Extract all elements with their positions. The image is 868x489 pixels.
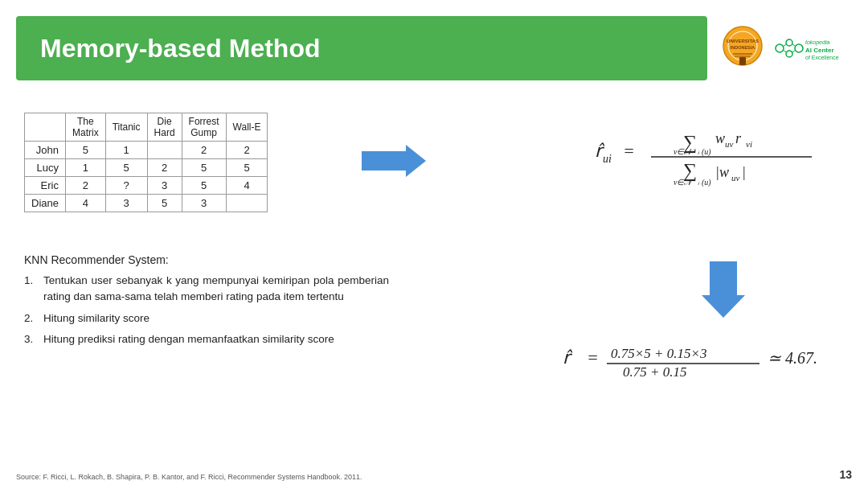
svg-rect-6 xyxy=(739,57,746,65)
knn-step-3-text: Hitung prediksi rating dengan memanfaatk… xyxy=(43,331,334,347)
table-row: Eric 2 ? 3 5 4 xyxy=(25,177,268,195)
content-area: TheMatrix Titanic DieHard ForrestGump Wa… xyxy=(16,97,852,457)
knn-step-3: 3. Hitung prediksi rating dengan memanfa… xyxy=(24,331,410,347)
knn-step-1-text: Tentukan user sebanyak k yang mempunyai … xyxy=(43,273,389,306)
svg-text:uv: uv xyxy=(725,139,734,149)
svg-text:|w: |w xyxy=(715,164,729,180)
knn-title: KNN Recommender System: xyxy=(24,253,410,266)
svg-text:(u): (u) xyxy=(702,178,711,187)
page-number: 13 xyxy=(839,468,852,481)
svg-text:≃ 4.67.: ≃ 4.67. xyxy=(768,349,817,367)
svg-text:tokopedia: tokopedia xyxy=(805,39,829,46)
cell-val: 5 xyxy=(182,177,226,195)
cell-val: 1 xyxy=(65,159,105,177)
knn-step-2: 2. Hitung similarity score xyxy=(24,310,410,327)
arrow-down xyxy=(699,261,747,318)
rating-word: rating xyxy=(43,290,71,302)
knn-step-1: 1. Tentukan user sebanyak k yang mempuny… xyxy=(24,273,410,306)
formula-top: r̂ ui = ∑ v∈𝒩 ᵢ (u) w uv r vi ∑ v∈𝒩 ᵢ (u… xyxy=(579,105,836,205)
svg-text:w: w xyxy=(715,130,725,146)
formula-rui-svg: r̂ ui = ∑ v∈𝒩 ᵢ (u) w uv r vi ∑ v∈𝒩 ᵢ (u… xyxy=(579,105,836,201)
col-titanic: Titanic xyxy=(105,113,147,142)
cell-val: 5 xyxy=(226,159,268,177)
knn-steps-list: 1. Tentukan user sebanyak k yang mempuny… xyxy=(24,273,410,347)
cell-val: 1 xyxy=(105,142,147,159)
svg-text:r̂: r̂ xyxy=(563,347,573,368)
arrow-right xyxy=(362,141,426,181)
cell-val: 2 xyxy=(65,177,105,195)
cell-val: 3 xyxy=(182,195,226,212)
cell-name: Diane xyxy=(25,195,66,212)
cell-val: 4 xyxy=(226,177,268,195)
col-forrest: ForrestGump xyxy=(182,113,226,142)
svg-point-7 xyxy=(776,44,784,52)
tokopedia-logo: tokopedia AI Center of Excellence xyxy=(772,36,852,60)
source-citation: Source: F. Ricci, L. Rokach, B. Shapira,… xyxy=(16,473,362,481)
svg-text:ui: ui xyxy=(603,153,612,165)
cell-val: 5 xyxy=(65,142,105,159)
svg-line-13 xyxy=(792,44,795,46)
svg-text:|: | xyxy=(742,164,746,180)
cell-val xyxy=(226,195,268,212)
svg-point-9 xyxy=(786,51,792,57)
cell-val: 5 xyxy=(147,195,182,212)
cell-val: 3 xyxy=(105,195,147,212)
col-matrix: TheMatrix xyxy=(65,113,105,142)
cell-val: 5 xyxy=(182,159,226,177)
svg-line-14 xyxy=(792,51,795,52)
item-word: item xyxy=(284,290,305,302)
svg-text:of Excellence: of Excellence xyxy=(805,55,839,60)
col-empty xyxy=(25,113,66,142)
cell-name: Lucy xyxy=(25,159,66,177)
formula-bottom: r̂ = 0.75×5 + 0.15×3 0.75 + 0.15 ≃ 4.67. xyxy=(555,330,844,390)
svg-text:=: = xyxy=(623,141,635,161)
svg-text:ᵢ: ᵢ xyxy=(698,147,700,156)
svg-text:=: = xyxy=(587,347,599,368)
cell-val: 2 xyxy=(182,142,226,159)
svg-marker-38 xyxy=(702,261,745,318)
cell-name: Eric xyxy=(25,177,66,195)
cell-val: 5 xyxy=(105,159,147,177)
rating-table: TheMatrix Titanic DieHard ForrestGump Wa… xyxy=(24,113,268,212)
cell-val: ? xyxy=(105,177,147,195)
svg-text:(u): (u) xyxy=(702,147,711,157)
svg-text:vi: vi xyxy=(746,139,752,149)
svg-text:AI Center: AI Center xyxy=(805,47,834,54)
university-logo: UNIVERSITAS INDONESIA xyxy=(722,25,764,72)
table-row: Diane 4 3 5 3 xyxy=(25,195,268,212)
svg-text:ᵢ: ᵢ xyxy=(698,178,700,187)
svg-text:UNIVERSITAS: UNIVERSITAS xyxy=(727,39,759,43)
svg-text:uv: uv xyxy=(731,173,740,183)
logo-area: UNIVERSITAS INDONESIA tokopedia AI Cente… xyxy=(707,16,852,80)
cell-val: 2 xyxy=(226,142,268,159)
knn-section: KNN Recommender System: 1. Tentukan user… xyxy=(24,253,410,352)
cell-val xyxy=(147,142,182,159)
rating-table-section: TheMatrix Titanic DieHard ForrestGump Wa… xyxy=(24,113,330,212)
svg-text:INDONESIA: INDONESIA xyxy=(731,45,755,50)
svg-text:0.75 + 0.15: 0.75 + 0.15 xyxy=(623,364,686,380)
formula-result-svg: r̂ = 0.75×5 + 0.15×3 0.75 + 0.15 ≃ 4.67. xyxy=(555,330,844,386)
col-walle: Wall-E xyxy=(226,113,268,142)
col-diehard: DieHard xyxy=(147,113,182,142)
svg-point-10 xyxy=(795,44,803,52)
header-bar: Memory-based Method xyxy=(16,16,707,80)
svg-marker-18 xyxy=(362,145,426,177)
cell-val: 4 xyxy=(65,195,105,212)
table-row: John 5 1 2 2 xyxy=(25,142,268,159)
table-row: Lucy 1 5 2 5 5 xyxy=(25,159,268,177)
svg-point-8 xyxy=(786,39,792,46)
slide-title: Memory-based Method xyxy=(40,34,320,64)
cell-val: 3 xyxy=(147,177,182,195)
cell-val: 2 xyxy=(147,159,182,177)
svg-text:r: r xyxy=(735,130,742,146)
svg-text:0.75×5 + 0.15×3: 0.75×5 + 0.15×3 xyxy=(611,346,706,361)
cell-name: John xyxy=(25,142,66,159)
knn-step-2-text: Hitung similarity score xyxy=(43,310,149,327)
